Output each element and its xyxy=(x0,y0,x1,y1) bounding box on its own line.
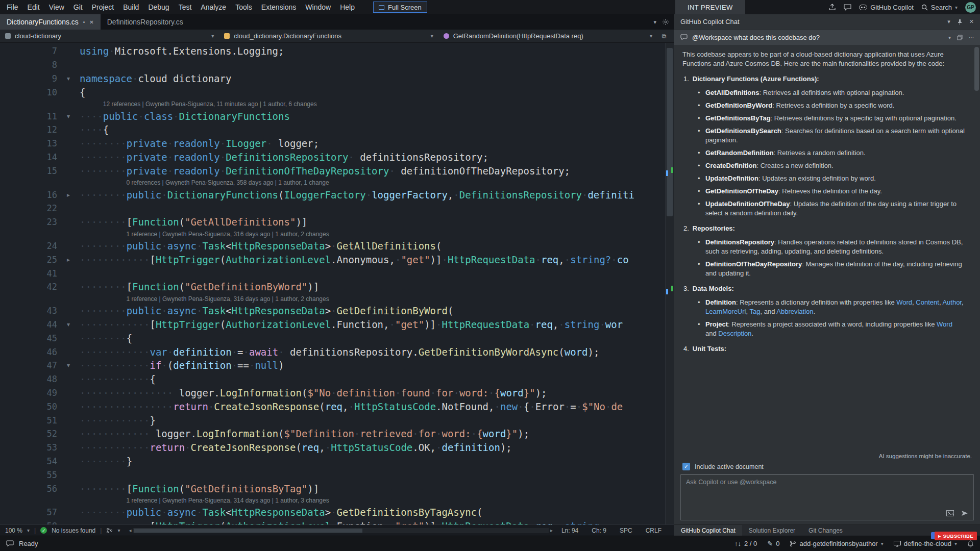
code-line[interactable]: 16▸········public·DictionaryFunctions(IL… xyxy=(0,188,665,202)
fold-open-icon[interactable]: ▾ xyxy=(57,321,80,328)
code-line[interactable]: 48············{ xyxy=(0,372,665,386)
menu-build[interactable]: Build xyxy=(118,3,143,11)
codelens-text[interactable]: 1 reference | Gwyneth Pena-Siguenza, 316… xyxy=(127,231,329,238)
tab-DictionaryFunctions.cs[interactable]: DictionaryFunctions.cs•✕ xyxy=(0,14,101,30)
code-line[interactable]: 43········public·async·Task<HttpResponse… xyxy=(0,304,665,318)
menu-git[interactable]: Git xyxy=(69,3,87,11)
feedback-icon[interactable] xyxy=(844,4,851,11)
line-ending[interactable]: CRLF xyxy=(646,527,662,534)
codelens-row[interactable]: 0 references | Gwyneth Pena-Siguenza, 35… xyxy=(0,178,665,188)
menu-analyze[interactable]: Analyze xyxy=(196,3,231,11)
codelens-row[interactable]: 1 reference | Gwyneth Pena-Siguenza, 316… xyxy=(0,229,665,239)
code-line[interactable]: 58············[HttpTrigger(Authorization… xyxy=(0,519,665,524)
cursor-column[interactable]: Ch: 9 xyxy=(592,527,606,534)
scrollbar-thumb[interactable] xyxy=(667,48,673,216)
code-line[interactable]: 42········[Function("GetDefinitionByWord… xyxy=(0,280,665,294)
code-line[interactable]: 23········[Function("GetAllDefinitions")… xyxy=(0,215,665,229)
code-editor[interactable]: 7using·Microsoft.Extensions.Logging;89▾n… xyxy=(0,43,674,524)
close-icon[interactable]: ✕ xyxy=(969,18,974,25)
code-line[interactable]: 14········private·readonly·DefinitionsRe… xyxy=(0,151,665,164)
menu-test[interactable]: Test xyxy=(174,3,197,11)
copilot-status[interactable]: GitHub Copilot xyxy=(859,4,914,11)
code-line[interactable]: 55 xyxy=(0,468,665,482)
code-line[interactable]: 52············_logger.LogInformation($"D… xyxy=(0,427,665,441)
include-active-document-checkbox[interactable]: ✓ xyxy=(682,463,690,470)
code-line[interactable]: 53············return·CreateJsonResponse(… xyxy=(0,441,665,455)
panel-tab-github-copilot-chat[interactable]: GitHub Copilot Chat xyxy=(674,525,742,536)
chat-question-row[interactable]: @Workspace what does this codebase do? ▾… xyxy=(674,30,980,45)
chat-link[interactable]: Description xyxy=(718,330,751,337)
code-line[interactable]: 46············var·definition·=·await·_de… xyxy=(0,345,665,359)
chat-link[interactable]: Tag xyxy=(749,308,760,315)
codelens-text[interactable]: 0 references | Gwyneth Pena-Siguenza, 35… xyxy=(127,179,329,186)
close-icon[interactable]: ✕ xyxy=(89,19,93,25)
code-line[interactable]: 45········{ xyxy=(0,331,665,345)
codelens-row[interactable]: 1 reference | Gwyneth Pena-Siguenza, 314… xyxy=(0,495,665,506)
subscribe-badge[interactable]: ▸ SUBSCRIBE xyxy=(935,532,977,540)
code-line[interactable]: 12····{ xyxy=(0,123,665,137)
menu-edit[interactable]: Edit xyxy=(23,3,44,11)
scroll-left-icon[interactable]: ◂ xyxy=(129,528,131,533)
code-line[interactable]: 15········private·readonly·DefinitionOfT… xyxy=(0,164,665,178)
chat-link[interactable]: Word xyxy=(937,320,952,328)
code-line[interactable]: 50················return·CreateJsonRespo… xyxy=(0,399,665,413)
menu-window[interactable]: Window xyxy=(301,3,335,11)
hscroll-thumb[interactable] xyxy=(134,529,362,533)
pin-icon[interactable]: • xyxy=(83,19,85,25)
code-line[interactable]: 22 xyxy=(0,202,665,215)
codelens-text[interactable]: 12 references | Gwyneth Pena-Siguenza, 1… xyxy=(103,101,317,108)
panel-tab-solution-explorer[interactable]: Solution Explorer xyxy=(742,525,802,536)
code-line[interactable]: 49················_logger.LogInformation… xyxy=(0,386,665,400)
code-line[interactable]: 57········public·async·Task<HttpResponse… xyxy=(0,506,665,519)
panel-tab-git-changes[interactable]: Git Changes xyxy=(802,525,849,536)
zoom-level[interactable]: 100 % xyxy=(5,527,22,534)
tab-list-chevron-icon[interactable]: ▾ xyxy=(653,19,656,26)
copy-icon[interactable] xyxy=(957,35,963,40)
chat-input-box[interactable] xyxy=(680,474,974,520)
code-line[interactable]: 44▾············[HttpTrigger(Authorizatio… xyxy=(0,318,665,332)
fold-open-icon[interactable]: ▾ xyxy=(57,113,80,120)
panel-chevron-down-icon[interactable]: ▾ xyxy=(947,18,950,25)
code-line[interactable]: 25▸············[HttpTrigger(Authorizatio… xyxy=(0,253,665,266)
code-line[interactable]: 9▾namespace·cloud_dictionary xyxy=(0,72,665,86)
feedback-bubble-icon[interactable] xyxy=(6,540,14,547)
fold-closed-icon[interactable]: ▸ xyxy=(57,191,80,198)
editor-vertical-scrollbar[interactable] xyxy=(665,43,674,524)
breadcrumb-project[interactable]: cloud-dictionary▾ xyxy=(0,30,219,42)
menu-project[interactable]: Project xyxy=(87,3,119,11)
code-line[interactable]: 56········[Function("GetDefinitionsByTag… xyxy=(0,482,665,495)
code-line[interactable]: 7using·Microsoft.Extensions.Logging; xyxy=(0,44,665,58)
question-chevron-icon[interactable]: ▾ xyxy=(948,35,951,40)
remote-picker[interactable]: define-the-cloud ▾ xyxy=(894,540,957,547)
branch-picker[interactable]: add-getdefinitionsbyauthor ▾ xyxy=(790,540,883,547)
panel-scrollbar-thumb[interactable] xyxy=(974,47,979,91)
tab-DefinitionsRepository.cs[interactable]: DefinitionsRepository.cs xyxy=(101,14,190,30)
breadcrumb-class[interactable]: cloud_dictionary.DictionaryFunctions▾ xyxy=(219,30,438,42)
share-icon[interactable] xyxy=(828,4,836,11)
bell-icon[interactable] xyxy=(967,540,974,547)
send-icon[interactable] xyxy=(961,510,968,516)
codelens-row[interactable]: 1 reference | Gwyneth Pena-Siguenza, 316… xyxy=(0,294,665,304)
menu-help[interactable]: Help xyxy=(335,3,359,11)
code-line[interactable]: 47▾············if·(definition·==·null) xyxy=(0,359,665,372)
menu-file[interactable]: File xyxy=(2,3,23,11)
full-screen-button[interactable]: Full Screen xyxy=(373,2,427,13)
zoom-chevron-icon[interactable]: ▾ xyxy=(27,528,30,533)
chat-link[interactable]: Word xyxy=(896,298,912,306)
search-control[interactable]: Search ▾ xyxy=(921,4,958,11)
pin-icon[interactable] xyxy=(957,19,963,25)
code-line[interactable]: 13········private·readonly·ILogger·_logg… xyxy=(0,137,665,151)
chat-link[interactable]: Abbreviation xyxy=(776,308,813,315)
code-line[interactable]: 11▾····public·class·DictionaryFunctions xyxy=(0,109,665,123)
codelens-text[interactable]: 1 reference | Gwyneth Pena-Siguenza, 316… xyxy=(127,295,329,303)
code-line[interactable]: 54········} xyxy=(0,455,665,468)
horizontal-scrollbar[interactable]: ◂ ▸ xyxy=(129,528,553,533)
menu-debug[interactable]: Debug xyxy=(143,3,174,11)
chat-input-field[interactable] xyxy=(681,475,973,506)
indent-mode[interactable]: SPC xyxy=(620,527,632,534)
codelens-row[interactable]: 12 references | Gwyneth Pena-Siguenza, 1… xyxy=(0,99,665,109)
diff-icon[interactable] xyxy=(106,528,113,534)
chat-link[interactable]: Author xyxy=(942,298,962,306)
code-line[interactable]: 10{ xyxy=(0,85,665,99)
codelens-text[interactable]: 1 reference | Gwyneth Pena-Siguenza, 314… xyxy=(127,497,329,504)
